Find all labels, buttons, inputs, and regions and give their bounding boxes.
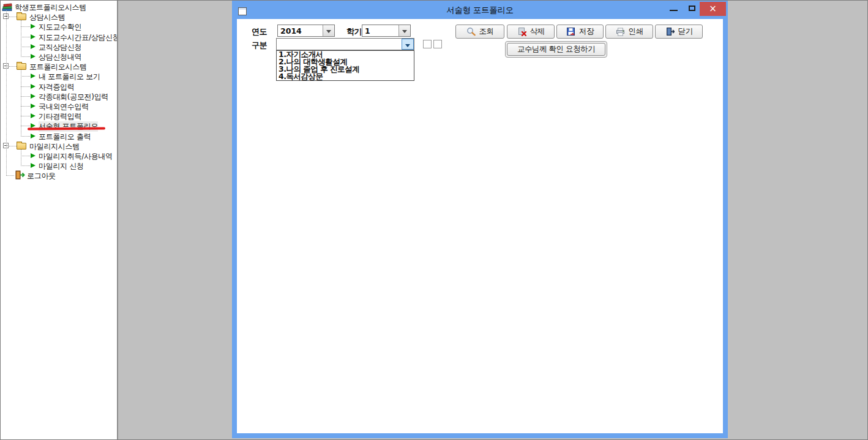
chevron-down-icon[interactable] [402,39,414,50]
tree-item-label: 내 포트폴리오 보기 [39,72,100,82]
search-icon [466,27,476,36]
year-select[interactable]: 2014 [277,25,335,37]
dropdown-option[interactable]: 4.독서감상문 [277,73,414,80]
tree-item[interactable]: 각종대회(공모전)입력 [1,91,118,101]
tree-connector [21,165,30,166]
tree-item[interactable]: 기타경력입력 [1,111,118,121]
folder-icon [17,63,26,70]
leaf-arrow-icon [31,34,36,39]
tree-item-label: 지도교수확인 [39,22,81,32]
delete-button[interactable]: 삭제 [507,25,555,39]
leaf-arrow-icon [31,94,36,99]
tree-item[interactable]: 상담신청내역 [1,51,118,61]
logout-door-icon [15,170,25,182]
delete-icon [517,27,526,36]
semester-label: 학기 [346,26,362,37]
leaf-arrow-icon [31,74,36,78]
tree-item[interactable]: 포트폴리오 출력 [1,131,118,141]
semester-value: 1 [365,26,370,36]
tree-item[interactable]: 마일리지취득/사용내역 [1,151,118,161]
leaf-arrow-icon [31,104,36,108]
checkbox-1[interactable] [423,40,432,48]
leaf-arrow-icon [31,24,36,29]
tree-connector [21,26,30,27]
tree-item[interactable]: 학생포트폴리오시스템 [1,2,118,12]
printer-icon [616,27,625,36]
tree-branch-line [21,150,21,166]
tree-item-label: 로그아웃 [27,171,56,181]
tree-item[interactable]: 자격증입력 [1,82,118,91]
category-label: 구분 [252,40,267,51]
folder-icon [17,13,26,20]
tree-item[interactable]: 로그아웃 [1,170,118,180]
category-select[interactable] [276,38,414,50]
year-label: 연도 [252,26,267,37]
exit-door-icon [665,27,675,36]
window-titlebar[interactable]: 서술형 포트폴리오 × [232,1,728,19]
tree-connector [21,37,30,37]
tree-connector [9,146,17,146]
tree-item[interactable]: 마일리지 신청 [1,161,118,170]
maximize-button[interactable] [685,3,700,15]
app-screen: 학생포트폴리오시스템상담시스템지도교수확인지도교수시간표/상담신청교직상담신청상… [0,0,868,440]
checkbox-2[interactable] [433,40,442,48]
leaf-arrow-icon [31,54,36,59]
leaf-arrow-icon [31,134,36,138]
tree-connector [21,126,30,126]
category-dropdown-list: 1.자기소개서 2.나의 대학생활설계 3.나의 졸업 후 진로설계 4.독서감… [276,50,414,81]
semester-select[interactable]: 1 [362,25,411,37]
tree-item[interactable]: 국내외연수입력 [1,101,118,111]
tree-item[interactable]: 상담시스템 [1,12,118,21]
tree-item[interactable]: 교직상담신청 [1,42,118,51]
tree-connector [21,96,30,97]
close-window-button[interactable]: × [700,2,726,16]
save-floppy-icon [566,27,575,36]
folder-icon [17,143,26,150]
print-button[interactable]: 인쇄 [605,25,653,39]
close-form-button[interactable]: 닫기 [655,25,703,39]
tree-connector [21,156,30,156]
portfolio-window: 서술형 포트폴리오 × 연도 2014 학기 1 구분 [232,1,728,438]
tree-item[interactable]: 마일리지시스템 [1,141,118,151]
window-content: 연도 2014 학기 1 구분 1.자기소개서 2.나의 대학생활설계 3.나의… [237,19,723,433]
tree-connector [21,56,30,57]
tree-item[interactable]: 지도교수확인 [1,21,118,31]
query-button[interactable]: 조회 [455,25,504,39]
window-title: 서술형 포트폴리오 [232,5,728,16]
tree-branch-line [21,20,21,57]
tree-connector [21,136,30,137]
minimize-button[interactable] [667,3,681,15]
tree-item[interactable]: 지도교수시간표/상담신청 [1,32,118,42]
sidebar-tree-panel: 학생포트폴리오시스템상담시스템지도교수확인지도교수시간표/상담신청교직상담신청상… [1,1,118,439]
year-value: 2014 [280,26,302,36]
tree-trunk-line [6,10,7,175]
leaf-arrow-icon [31,163,36,168]
leaf-arrow-icon [31,153,36,158]
tree-item[interactable]: 포트폴리오시스템 [1,61,118,71]
tree-connector [21,106,30,107]
tree-connector [9,66,17,67]
tree-connector [21,86,30,87]
save-button[interactable]: 저장 [556,25,604,39]
chevron-down-icon[interactable] [398,25,410,36]
navigation-tree: 학생포트폴리오시스템상담시스템지도교수확인지도교수시간표/상담신청교직상담신청상… [1,1,117,197]
tree-connector [21,116,30,116]
tree-connector [9,17,17,17]
tree-connector [21,47,30,47]
leaf-arrow-icon [31,113,36,118]
tree-connector [6,175,14,176]
tree-item-label: 서술형 포트폴리오 [39,121,98,132]
tree-item[interactable]: 내 포트폴리오 보기 [1,71,118,81]
tree-branch-line [21,70,21,137]
chevron-down-icon[interactable] [323,25,334,36]
request-confirm-button[interactable]: 교수님께 확인 요청하기 [505,41,607,58]
leaf-arrow-icon [31,44,36,49]
leaf-arrow-icon [31,84,36,89]
tree-connector [21,76,30,77]
